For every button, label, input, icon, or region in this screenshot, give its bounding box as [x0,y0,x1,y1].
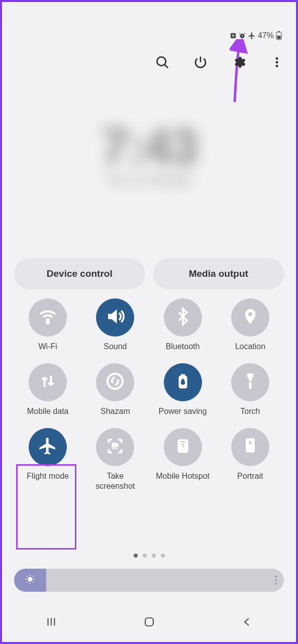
quick-settings-panel: 47% 7:43 Thu, 6 October Device control [0,0,298,644]
svg-point-15 [249,381,251,383]
wifi-icon [38,306,58,329]
svg-point-10 [248,312,252,316]
search-button[interactable] [152,52,172,72]
brightness-icon [25,574,36,587]
shazam-icon [105,371,125,393]
quick-settings-grid: Wi-Fi Sound Bluetooth Location Mobile da [14,298,284,491]
device-control-button[interactable]: Device control [14,258,145,289]
tile-shazam[interactable]: Shazam [81,363,149,416]
svg-point-23 [29,577,32,581]
svg-point-19 [182,446,184,448]
tile-bluetooth[interactable]: Bluetooth [149,298,217,351]
airplane-icon [248,32,256,40]
svg-point-8 [276,65,278,67]
screenshot-icon [106,437,125,458]
device-control-label: Device control [47,268,113,279]
svg-rect-24 [145,618,153,626]
svg-point-17 [113,444,115,446]
page-dot [161,554,165,558]
tile-label: Mobile Hotspot [155,471,211,481]
page-dot [152,554,156,558]
tile-hotspot[interactable]: Mobile Hotspot [149,428,217,490]
tile-torch[interactable]: Torch [217,363,284,416]
tile-wifi[interactable]: Wi-Fi [14,298,81,351]
bluetooth-icon [173,307,192,328]
tile-label: Bluetooth [155,342,211,351]
power-icon [174,373,191,392]
tile-label: Location [223,342,278,351]
clock-time: 7:43 [101,118,197,175]
airplane-icon [38,436,58,458]
sound-icon [105,306,126,329]
tile-label: Shazam [87,406,143,416]
alarm-icon [239,32,246,39]
page-dot [134,554,138,558]
settings-button[interactable] [229,52,249,72]
tile-label: Wi-Fi [20,342,75,351]
media-output-button[interactable]: Media output [153,258,284,289]
annotation-highlight [16,464,76,550]
battery-percent: 47% [258,31,274,40]
more-button[interactable] [267,52,287,72]
hotspot-icon [174,437,192,457]
location-icon [241,307,259,328]
tile-mobile-data[interactable]: Mobile data [14,363,81,416]
power-button[interactable] [190,52,211,72]
tile-screenshot[interactable]: Take screenshot [81,428,149,490]
battery-icon [276,31,282,40]
svg-point-6 [276,57,278,60]
data-icon [38,372,57,393]
svg-point-7 [276,61,278,64]
media-output-label: Media output [189,268,248,279]
navigation-bar [2,612,296,632]
tile-label: Sound [87,342,143,351]
svg-rect-4 [277,36,281,39]
clock-date: Thu, 6 October [106,172,192,188]
slider-more-icon[interactable] [275,576,277,585]
svg-point-11 [108,374,123,389]
tile-label: Mobile data [20,406,75,416]
tile-sound[interactable]: Sound [81,298,149,351]
tile-label: Power saving [155,406,211,416]
panel-actions [152,52,287,72]
svg-rect-13 [180,374,185,376]
svg-point-22 [250,442,251,443]
data-saver-icon [230,32,237,39]
page-indicator [2,554,296,558]
svg-point-9 [47,321,49,324]
torch-icon [243,372,258,392]
recents-button[interactable] [41,612,61,632]
tile-portrait[interactable]: Portrait [217,428,284,490]
brightness-slider[interactable] [14,569,284,592]
page-dot [143,554,147,558]
svg-point-5 [157,57,166,66]
svg-rect-14 [247,374,253,378]
tile-power-saving[interactable]: Power saving [149,363,217,416]
back-button[interactable] [237,612,257,632]
tile-label: Torch [223,406,278,416]
portrait-icon [242,437,258,457]
tile-label: Portrait [223,471,278,481]
status-bar: 47% [230,31,282,40]
tile-location[interactable]: Location [217,298,284,351]
tile-label: Take screenshot [87,471,143,490]
svg-rect-20 [246,439,255,453]
clock-background: 7:43 Thu, 6 October [2,118,296,188]
home-button[interactable] [139,612,159,632]
